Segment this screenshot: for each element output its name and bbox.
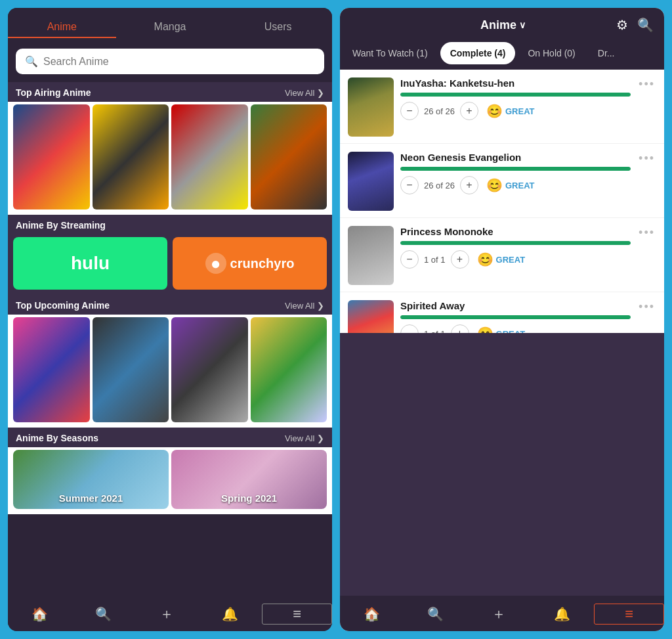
top-upcoming-view-all[interactable]: View All ❯ xyxy=(285,301,324,311)
anime-info-inuyasha: InuYasha: Kanketsu-hen − 26 of 26 + 😊 GR… xyxy=(400,77,631,120)
left-nav-add[interactable]: ＋ xyxy=(135,604,199,625)
anime-list: InuYasha: Kanketsu-hen − 26 of 26 + 😊 GR… xyxy=(340,70,664,333)
rating-emoji-inuyasha: 😊 xyxy=(486,103,503,119)
decrement-btn-nge[interactable]: − xyxy=(400,176,419,194)
tab-complete[interactable]: Complete (4) xyxy=(440,42,516,64)
search-icon: 🔍 xyxy=(25,55,38,68)
top-airing-header: Top Airing Anime View All ❯ xyxy=(8,82,332,102)
right-nav-bell[interactable]: 🔔 xyxy=(530,604,594,625)
thumb-upcoming4[interactable] xyxy=(251,317,327,422)
more-dots-mononoke[interactable]: ••• xyxy=(637,226,656,240)
streaming-grid: hulu ● crunchyro xyxy=(8,234,332,295)
decrement-btn-mononoke[interactable]: − xyxy=(400,250,419,269)
right-nav-home[interactable]: 🏠 xyxy=(340,604,404,625)
ep-count-nge: 26 of 26 xyxy=(424,181,455,190)
spring-label: Spring 2021 xyxy=(171,493,327,504)
increment-btn-spirited[interactable]: + xyxy=(451,324,469,333)
rating-nge: 😊 GREAT xyxy=(486,177,535,193)
rating-text-inuyasha: GREAT xyxy=(505,106,535,116)
right-nav-list[interactable]: ≡ xyxy=(594,604,664,625)
right-title-text: Anime xyxy=(480,18,516,32)
anime-title-mononoke: Princess Mononoke xyxy=(400,226,631,237)
thumb-boruto[interactable] xyxy=(93,104,169,209)
tab-want-to-watch[interactable]: Want To Watch (1) xyxy=(343,42,438,64)
rating-emoji-spirited: 😊 xyxy=(477,326,494,333)
rating-spirited: 😊 GREAT xyxy=(477,326,526,333)
ep-count-mononoke: 1 of 1 xyxy=(424,255,446,265)
cover-inuyasha[interactable] xyxy=(348,77,394,137)
top-upcoming-title: Top Upcoming Anime xyxy=(16,300,110,311)
anime-title-spirited: Spirited Away xyxy=(400,300,631,311)
thumb-upcoming2[interactable] xyxy=(93,317,169,422)
crunchyroll-logo: ● crunchyro xyxy=(205,253,295,274)
top-upcoming-section: Top Upcoming Anime View All ❯ xyxy=(8,295,332,428)
progress-bg-mononoke xyxy=(400,241,631,245)
cover-mononoke[interactable] xyxy=(348,226,394,285)
more-dots-nge[interactable]: ••• xyxy=(637,152,656,165)
anime-info-mononoke: Princess Mononoke − 1 of 1 + 😊 GREAT xyxy=(400,226,631,269)
tabs-bar: Want To Watch (1) Complete (4) On Hold (… xyxy=(340,42,664,70)
tab-on-hold[interactable]: On Hold (0) xyxy=(518,42,585,64)
decrement-btn-spirited[interactable]: − xyxy=(400,324,419,333)
cover-spirited[interactable] xyxy=(348,300,394,333)
thumb-anime4[interactable] xyxy=(251,104,327,209)
nav-users[interactable]: Users xyxy=(224,17,332,38)
rating-emoji-nge: 😊 xyxy=(486,177,503,193)
thumb-upcoming1[interactable] xyxy=(13,317,90,422)
right-panel: Anime ∨ ⚙ 🔍 Want To Watch (1) Complete (… xyxy=(340,8,664,631)
thumb-upcoming3[interactable] xyxy=(171,317,248,422)
right-header: Anime ∨ ⚙ 🔍 xyxy=(340,8,664,42)
seasons-view-all[interactable]: View All ❯ xyxy=(285,433,324,443)
search-input[interactable] xyxy=(43,56,315,68)
streaming-header: Anime By Streaming xyxy=(8,215,332,234)
seasons-section: Anime By Seasons View All ❯ Summer 2021 … xyxy=(8,428,332,514)
left-nav-list[interactable]: ≡ xyxy=(262,604,332,625)
rating-mononoke: 😊 GREAT xyxy=(477,252,526,267)
left-nav-bell[interactable]: 🔔 xyxy=(198,604,262,625)
season-summer[interactable]: Summer 2021 xyxy=(13,450,169,509)
season-spring[interactable]: Spring 2021 xyxy=(171,450,327,509)
more-dots-inuyasha[interactable]: ••• xyxy=(637,77,656,91)
progress-fill-inuyasha xyxy=(400,93,631,97)
list-item: Neon Genesis Evangelion − 26 of 26 + 😊 G… xyxy=(340,144,664,218)
list-item: Princess Mononoke − 1 of 1 + 😊 GREAT ••• xyxy=(340,218,664,292)
summer-label: Summer 2021 xyxy=(13,493,169,504)
cover-nge[interactable] xyxy=(348,152,394,211)
left-nav-home[interactable]: 🏠 xyxy=(8,604,72,625)
chevron-down-icon: ∨ xyxy=(519,20,526,30)
seasons-grid: Summer 2021 Spring 2021 xyxy=(8,447,332,514)
crunchyroll-card[interactable]: ● crunchyro xyxy=(173,237,327,290)
seasons-title: Anime By Seasons xyxy=(16,433,98,443)
right-nav-search[interactable]: 🔍 xyxy=(404,604,467,625)
increment-btn-nge[interactable]: + xyxy=(460,176,478,194)
top-upcoming-header: Top Upcoming Anime View All ❯ xyxy=(8,295,332,315)
thumb-conan[interactable] xyxy=(171,104,248,209)
top-airing-grid xyxy=(8,102,332,215)
top-airing-view-all[interactable]: View All ❯ xyxy=(285,88,324,98)
anime-info-nge: Neon Genesis Evangelion − 26 of 26 + 😊 G… xyxy=(400,152,631,194)
top-airing-title: Top Airing Anime xyxy=(16,87,91,98)
tab-dropped[interactable]: Dr... xyxy=(588,42,625,64)
rating-emoji-mononoke: 😊 xyxy=(477,252,494,267)
hulu-card[interactable]: hulu xyxy=(13,237,167,290)
right-nav-add[interactable]: ＋ xyxy=(467,604,531,625)
more-dots-spirited[interactable]: ••• xyxy=(637,300,656,314)
streaming-title: Anime By Streaming xyxy=(16,220,106,231)
increment-btn-mononoke[interactable]: + xyxy=(451,250,469,269)
search-icon-right[interactable]: 🔍 xyxy=(637,17,654,33)
thumb-one-piece[interactable] xyxy=(13,104,90,209)
hulu-logo: hulu xyxy=(71,253,110,274)
anime-title-nge: Neon Genesis Evangelion xyxy=(400,152,631,163)
left-nav-search[interactable]: 🔍 xyxy=(72,604,135,625)
episode-controls-nge: − 26 of 26 + 😊 GREAT xyxy=(400,176,631,194)
seasons-header: Anime By Seasons View All ❯ xyxy=(8,428,332,447)
top-upcoming-grid xyxy=(8,315,332,428)
filter-icon[interactable]: ⚙ xyxy=(616,17,628,33)
nav-manga[interactable]: Manga xyxy=(116,17,224,38)
rating-text-nge: GREAT xyxy=(505,181,535,190)
nav-anime[interactable]: Anime xyxy=(8,17,116,38)
decrement-btn-inuyasha[interactable]: − xyxy=(400,102,419,120)
streaming-section: Anime By Streaming hulu ● crunchyro xyxy=(8,215,332,295)
increment-btn-inuyasha[interactable]: + xyxy=(460,102,478,120)
episode-controls-inuyasha: − 26 of 26 + 😊 GREAT xyxy=(400,102,631,120)
